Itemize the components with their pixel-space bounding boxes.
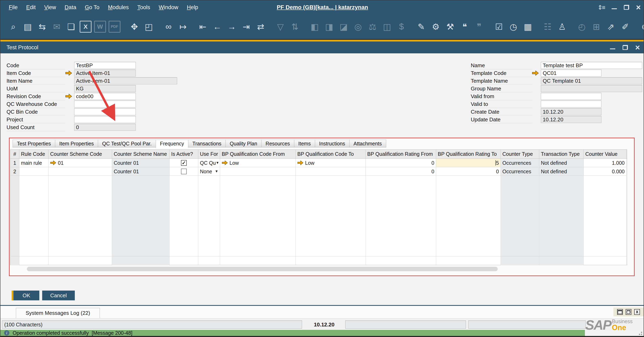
settings-tools-icon[interactable]: ⚒ (444, 21, 456, 32)
bp-qual-code-to-cell[interactable] (296, 167, 366, 176)
messages-icon[interactable]: ❝ (459, 21, 470, 32)
tab-quality-plan[interactable]: Quality Plan (226, 140, 261, 147)
bp-qual-rating-to-cell[interactable]: 0 (436, 167, 501, 176)
template-name-field[interactable]: QC Template 01 (541, 77, 642, 84)
checkbox-checked[interactable]: ✓ (181, 160, 187, 166)
valid-to-field[interactable] (541, 101, 602, 107)
revision-code-field[interactable]: code00 (74, 93, 136, 100)
print-preview-icon[interactable]: ⌕ (7, 21, 19, 32)
print-icon[interactable]: ▤ (22, 21, 34, 32)
menu-view[interactable]: View (40, 4, 60, 10)
bp-qual-rating-from-cell[interactable]: 0 (366, 167, 436, 176)
previous-record-icon[interactable]: ← (211, 21, 223, 32)
user-icon[interactable]: ♙ (556, 21, 568, 32)
transaction-type-cell[interactable]: Not defined (539, 167, 584, 176)
tab-item-properties[interactable]: Item Properties (55, 140, 98, 147)
form-settings-icon[interactable]: ⚙ (430, 21, 442, 32)
counter-scheme-code-cell[interactable] (48, 167, 112, 176)
app-close-button[interactable]: × (636, 5, 641, 10)
move-icon[interactable]: ✥ (128, 21, 140, 32)
refresh-record-icon[interactable]: ⇄ (255, 21, 266, 32)
valid-from-field[interactable] (541, 93, 602, 100)
item-code-field[interactable]: Active-Item-01 (74, 70, 136, 76)
qc-bin-code-field[interactable] (74, 108, 136, 115)
link-arrow-icon[interactable] (50, 160, 56, 165)
bp-qual-code-from-cell[interactable]: Low (220, 159, 296, 167)
link-arrow-icon[interactable] (297, 160, 304, 165)
uom-field[interactable]: KG (74, 85, 136, 92)
is-active-cell[interactable]: ✓ (170, 159, 198, 167)
window-restore-button[interactable] (622, 45, 628, 50)
web-browser-icon[interactable]: ⊕ (639, 21, 644, 32)
app-minimize-button[interactable] (612, 8, 617, 9)
menu-goto[interactable]: Go To (80, 4, 104, 10)
export-excel-icon[interactable]: X (80, 21, 92, 32)
bp-qual-rating-from-cell[interactable]: 0 (366, 159, 436, 167)
alerts-icon[interactable]: ◷ (508, 21, 519, 32)
menu-help[interactable]: Help (182, 4, 202, 10)
next-record-icon[interactable]: → (226, 21, 238, 32)
checkbox-unchecked[interactable] (181, 169, 187, 174)
is-active-cell[interactable] (170, 167, 198, 176)
resize-grip[interactable] (638, 331, 642, 335)
calculator-icon[interactable]: ▦ (522, 21, 534, 32)
project-field[interactable] (74, 116, 136, 123)
item-name-field[interactable]: Active-Item-01 (74, 77, 177, 84)
app-restore-button[interactable] (624, 5, 629, 10)
find-icon[interactable]: ∞ (163, 21, 174, 32)
goto-icon[interactable]: ↦ (177, 21, 189, 32)
first-record-icon[interactable]: ⇤ (197, 21, 209, 32)
use-for-cell[interactable]: None▼ (198, 167, 220, 176)
bp-qual-code-to-cell[interactable]: Low (296, 159, 366, 167)
transaction-type-cell[interactable]: Not defined (539, 159, 584, 167)
menu-file[interactable]: File (4, 4, 22, 10)
edit-icon[interactable]: ✎ (415, 21, 427, 32)
counter-scheme-code-cell[interactable]: 01 (48, 159, 112, 167)
approval-status-icon[interactable]: ☑ (493, 21, 505, 32)
link-arrow-icon[interactable] (532, 70, 539, 76)
menu-modules[interactable]: Modules (104, 4, 133, 10)
menu-edit[interactable]: Edit (22, 4, 40, 10)
rule-code-cell[interactable] (19, 167, 48, 176)
use-for-cell[interactable]: QC Qu▼ (198, 159, 220, 167)
log-close-button[interactable]: X (634, 309, 640, 315)
menu-data[interactable]: Data (60, 4, 80, 10)
fax-icon[interactable]: ⇆ (36, 21, 48, 32)
arrange-windows-icon[interactable]: ⇕≡ (598, 4, 605, 11)
tab-items[interactable]: Items (294, 140, 315, 147)
tab-resources[interactable]: Resources (261, 140, 294, 147)
window-close-button[interactable]: × (635, 45, 640, 50)
qc-warehouse-code-field[interactable] (74, 101, 136, 107)
dropdown-arrow-icon[interactable]: ▼ (215, 167, 218, 176)
document-draft-icon[interactable]: ✐ (619, 21, 631, 32)
rule-code-cell[interactable]: main rule (19, 159, 48, 167)
log-restore-button[interactable] (626, 309, 631, 315)
last-record-icon[interactable]: ⇥ (240, 21, 252, 32)
template-code-field[interactable]: QC01 (541, 70, 602, 76)
counter-type-cell[interactable]: Occurrences (501, 167, 539, 176)
cancel-button[interactable]: Cancel (42, 291, 75, 300)
bp-qual-code-from-cell[interactable] (220, 167, 296, 176)
menu-window[interactable]: Window (154, 4, 182, 10)
link-arrow-icon[interactable] (65, 94, 72, 99)
code-field[interactable]: TestBP (74, 62, 136, 69)
window-minimize-button[interactable] (610, 48, 615, 49)
lock-screen-icon[interactable]: ◰ (143, 21, 155, 32)
name-field[interactable]: Template test BP (541, 62, 642, 69)
horizontal-scrollbar-thumb[interactable] (27, 267, 498, 271)
group-name-field[interactable] (541, 85, 642, 92)
system-messages-log-tab[interactable]: System Messages Log (22) (16, 308, 100, 318)
log-maximize-button[interactable] (617, 309, 623, 315)
menu-tools[interactable]: Tools (133, 4, 154, 10)
copy-special-icon[interactable]: ❏ (65, 21, 77, 32)
tab-instructions[interactable]: Instructions (315, 140, 349, 147)
chart-icon[interactable]: ⇗ (605, 21, 617, 32)
tab-qc-test-qc-pool-par[interactable]: QC Test/QC Pool Par. (98, 140, 156, 147)
tab-attachments[interactable]: Attachments (349, 140, 386, 147)
tab-test-properties[interactable]: Test Properties (13, 140, 55, 147)
dropdown-arrow-icon[interactable]: ▼ (216, 159, 219, 167)
tab-transactions[interactable]: Transactions (188, 140, 226, 147)
counter-type-cell[interactable]: Occurrences (501, 159, 539, 167)
counter-value-cell[interactable]: 0.000 (584, 167, 626, 176)
link-arrow-icon[interactable] (222, 160, 228, 165)
